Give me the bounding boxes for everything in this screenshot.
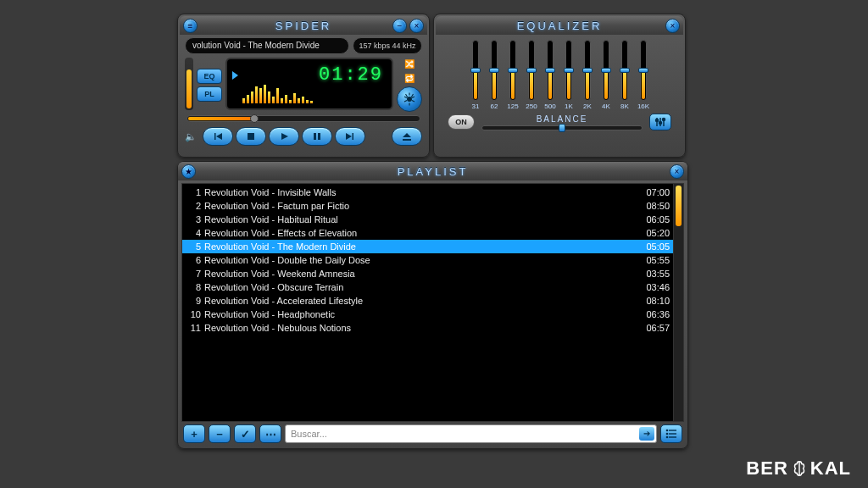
pl-toggle-button[interactable]: PL xyxy=(197,86,222,102)
eq-band-62[interactable]: 62 xyxy=(487,40,501,110)
svg-rect-8 xyxy=(669,430,676,430)
eq-band-250[interactable]: 250 xyxy=(525,40,538,110)
playlist-row[interactable]: 3Revolution Void - Habitual Ritual06:05 xyxy=(182,213,673,226)
search-input[interactable]: Buscar... ➔ xyxy=(285,424,657,443)
search-placeholder: Buscar... xyxy=(291,429,327,439)
close-button[interactable]: × xyxy=(409,19,424,33)
playlist-close-button[interactable]: × xyxy=(670,164,684,179)
volume-slider[interactable] xyxy=(185,58,193,110)
svg-point-0 xyxy=(407,97,412,102)
svg-rect-12 xyxy=(669,436,676,437)
playlist-panel: ★ PLAYLIST × 1Revolution Void - Invisibl… xyxy=(177,161,688,449)
minimize-button[interactable]: − xyxy=(392,19,407,33)
eq-band-8K[interactable]: 8K xyxy=(618,40,632,110)
playlist-row[interactable]: 1Revolution Void - Invisible Walls07:00 xyxy=(182,186,673,199)
svg-rect-3 xyxy=(318,133,320,140)
playlist-row[interactable]: 5Revolution Void - The Modern Divide05:0… xyxy=(182,240,673,253)
now-playing-display: volution Void - The Modern Divide xyxy=(185,37,349,54)
playlist-row[interactable]: 7Revolution Void - Weekend Amnesia03:55 xyxy=(182,267,673,280)
remove-button[interactable]: − xyxy=(209,424,231,443)
brain-icon xyxy=(790,459,809,478)
eject-button[interactable] xyxy=(392,127,422,146)
seek-slider[interactable] xyxy=(186,115,420,122)
eq-title: EQUALIZER xyxy=(517,19,603,32)
select-button[interactable]: ✓ xyxy=(234,424,256,443)
player-panel: ≡ SPIDER − × volution Void - The Modern … xyxy=(177,14,430,158)
playlist-star-button[interactable]: ★ xyxy=(181,164,196,179)
player-titlebar: ≡ SPIDER − × xyxy=(180,16,427,35)
eq-band-125[interactable]: 125 xyxy=(506,40,520,110)
next-button[interactable] xyxy=(335,127,365,146)
eq-band-16K[interactable]: 16K xyxy=(637,40,650,110)
misc-button[interactable]: ⋯ xyxy=(259,424,281,443)
playlist-row[interactable]: 9Revolution Void - Accelerated Lifestyle… xyxy=(182,294,673,308)
watermark: BER KAL xyxy=(746,458,851,480)
play-button[interactable] xyxy=(269,127,299,146)
playlist-row[interactable]: 4Revolution Void - Effects of Elevation0… xyxy=(182,226,673,240)
eq-band-1K[interactable]: 1K xyxy=(562,40,576,110)
stop-button[interactable] xyxy=(236,127,266,146)
play-indicator-icon xyxy=(232,71,238,80)
elapsed-time: 01:29 xyxy=(319,64,383,86)
shuffle-icon[interactable]: 🔀 xyxy=(402,58,417,69)
svg-rect-2 xyxy=(314,133,316,140)
watermark-text-post: KAL xyxy=(810,458,851,480)
player-title: SPIDER xyxy=(275,19,331,32)
balance-label: BALANCE xyxy=(481,114,643,124)
playlist-scrollbar[interactable] xyxy=(673,184,683,421)
playlist-title: PLAYLIST xyxy=(398,165,469,178)
eq-band-4K[interactable]: 4K xyxy=(599,40,613,110)
playlist-list[interactable]: 1Revolution Void - Invisible Walls07:002… xyxy=(182,184,673,421)
mute-icon[interactable]: 🔈 xyxy=(185,131,200,142)
list-options-button[interactable] xyxy=(660,424,682,443)
eq-band-2K[interactable]: 2K xyxy=(581,40,594,110)
playlist-row[interactable]: 11Revolution Void - Nebulous Notions06:5… xyxy=(182,321,673,335)
eq-band-500[interactable]: 500 xyxy=(543,40,557,110)
svg-point-7 xyxy=(666,430,669,432)
eq-close-button[interactable]: × xyxy=(665,19,680,33)
prev-button[interactable] xyxy=(203,127,233,146)
pause-button[interactable] xyxy=(302,127,332,146)
playlist-row[interactable]: 8Revolution Void - Obscure Terrain03:46 xyxy=(182,280,673,294)
lcd-display: 01:29 xyxy=(225,58,393,110)
spider-logo-button[interactable] xyxy=(397,86,422,112)
eq-toggle-button[interactable]: EQ xyxy=(197,69,222,84)
menu-button[interactable]: ≡ xyxy=(183,19,198,33)
watermark-text-pre: BER xyxy=(746,458,787,480)
bitrate-display: 157 kbps 44 kHz xyxy=(353,37,422,54)
svg-point-11 xyxy=(666,436,669,439)
eq-band-31[interactable]: 31 xyxy=(469,40,482,110)
playlist-row[interactable]: 10Revolution Void - Headphonetic06:36 xyxy=(182,308,673,321)
search-go-button[interactable]: ➔ xyxy=(639,427,654,441)
spectrum-visualizer xyxy=(242,85,313,103)
playlist-row[interactable]: 2Revolution Void - Factum par Fictio08:5… xyxy=(182,199,673,213)
add-button[interactable]: + xyxy=(183,424,205,443)
eq-on-button[interactable]: ON xyxy=(448,114,475,130)
repeat-icon[interactable]: 🔁 xyxy=(402,72,417,84)
svg-rect-10 xyxy=(669,433,676,434)
playlist-titlebar: ★ PLAYLIST × xyxy=(178,162,687,180)
balance-slider[interactable] xyxy=(481,125,643,130)
svg-point-4 xyxy=(656,119,659,122)
svg-point-5 xyxy=(659,122,662,125)
svg-point-9 xyxy=(666,433,669,435)
equalizer-panel: EQUALIZER × 31621252505001K2K4K8K16K ON … xyxy=(433,14,686,158)
svg-point-6 xyxy=(663,119,665,121)
svg-rect-1 xyxy=(248,133,254,140)
eq-preset-button[interactable] xyxy=(649,114,671,130)
eq-titlebar: EQUALIZER × xyxy=(436,16,683,35)
playlist-row[interactable]: 6Revolution Void - Double the Daily Dose… xyxy=(182,253,673,267)
